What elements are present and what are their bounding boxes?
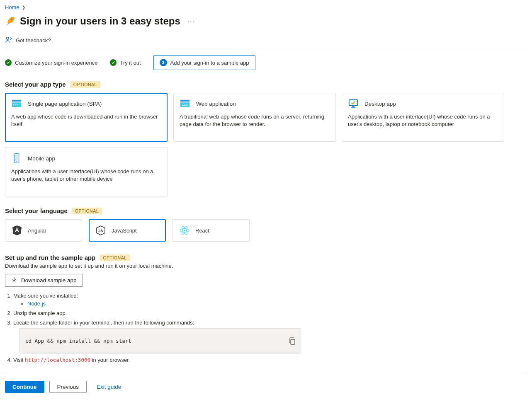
web-desc: A traditional web app whose code runs on… [180, 113, 330, 128]
step-number-badge: 3 [160, 59, 167, 66]
app-type-card-desktop[interactable]: Desktop app Applications with a user int… [342, 93, 504, 142]
step-1-label: Customize your sign-in experience [15, 60, 97, 66]
app-type-card-mobile[interactable]: Mobile app Applications with a user inte… [5, 148, 168, 196]
setup-subtitle: Download the sample app to set it up and… [5, 263, 527, 269]
language-card-javascript[interactable]: JS JavaScript [89, 219, 166, 242]
desktop-icon [348, 98, 359, 109]
web-icon: www [180, 98, 190, 109]
got-feedback-label: Got feedback? [16, 37, 51, 44]
spa-title: Single page application (SPA) [28, 101, 102, 107]
app-type-card-web[interactable]: www Web application A traditional web ap… [173, 93, 336, 142]
angular-label: Angular [28, 228, 46, 234]
optional-badge: OPTIONAL [72, 208, 102, 214]
desktop-desc: Applications with a user interface(UI) w… [348, 113, 498, 128]
feedback-person-icon [5, 36, 12, 45]
download-sample-app-button[interactable]: Download sample app [5, 274, 83, 287]
web-title: Web application [196, 101, 236, 107]
rocket-icon [5, 16, 16, 27]
setup-step-2: Unzip the sample app. [13, 310, 527, 316]
copy-to-clipboard-button[interactable] [288, 337, 296, 345]
breadcrumb: Home ❯ [5, 4, 527, 10]
download-icon [11, 277, 17, 284]
breadcrumb-home-link[interactable]: Home [5, 4, 19, 10]
react-label: React [195, 228, 209, 234]
mobile-title: Mobile app [28, 155, 55, 162]
svg-rect-7 [180, 100, 189, 102]
checkmark-icon [110, 59, 117, 66]
language-card-react[interactable]: React [172, 219, 250, 242]
download-sample-label: Download sample app [21, 277, 77, 283]
chevron-right-icon: ❯ [22, 5, 25, 10]
localhost-url: http://localhost:3000 [25, 357, 90, 363]
language-card-angular[interactable]: Angular [5, 219, 82, 242]
step-2-try-it-out[interactable]: Try it out [110, 59, 141, 66]
desktop-title: Desktop app [364, 101, 396, 107]
checkmark-icon [5, 59, 12, 66]
angular-icon [11, 225, 23, 236]
got-feedback-button[interactable]: Got feedback? [5, 36, 51, 45]
svg-rect-2 [12, 100, 21, 102]
more-menu-button[interactable]: ··· [185, 16, 198, 27]
svg-text:JS: JS [98, 229, 103, 233]
svg-point-4 [13, 104, 14, 105]
svg-point-17 [184, 230, 185, 231]
svg-text:www: www [182, 104, 188, 107]
svg-point-0 [11, 19, 12, 20]
react-icon [179, 225, 190, 236]
spa-icon [11, 98, 22, 109]
section-title-setup: Set up and run the sample app [5, 254, 95, 261]
svg-point-5 [15, 104, 16, 105]
svg-point-15 [16, 161, 17, 162]
setup-step-4: Visit http://localhost:3000 in your brow… [13, 357, 527, 363]
exit-guide-link[interactable]: Exit guide [94, 383, 124, 390]
svg-point-1 [7, 37, 9, 39]
continue-button[interactable]: Continue [5, 381, 44, 393]
step-1-customize[interactable]: Customize your sign-in experience [5, 59, 97, 66]
svg-rect-11 [352, 107, 355, 108]
mobile-desc: Applications with a user interface(UI) w… [11, 168, 161, 183]
optional-badge: OPTIONAL [100, 254, 130, 261]
page-title: Sign in your users in 3 easy steps [20, 15, 180, 27]
previous-button[interactable]: Previous [49, 381, 87, 393]
section-title-language: Select your language [5, 207, 68, 214]
section-title-app-type: Select your app type [5, 81, 66, 88]
mobile-icon [11, 153, 22, 164]
svg-point-6 [17, 104, 18, 105]
svg-rect-12 [351, 107, 355, 108]
svg-rect-3 [12, 102, 21, 107]
nodejs-link[interactable]: Node.js [27, 300, 46, 307]
javascript-icon: JS [95, 225, 107, 236]
javascript-label: JavaScript [112, 228, 137, 234]
step-3-add-sign-in[interactable]: 3 Add your sign-in to a sample app [153, 55, 255, 70]
setup-step-3: Locate the sample folder in your termina… [13, 320, 527, 354]
spa-desc: A web app whose code is downloaded and r… [11, 113, 161, 128]
svg-rect-10 [349, 100, 357, 106]
app-type-card-spa[interactable]: Single page application (SPA) A web app … [5, 93, 168, 142]
step-3-label: Add your sign-in to a sample app [170, 60, 249, 66]
optional-badge: OPTIONAL [70, 81, 100, 88]
command-text: cd App && npm install && npm start [25, 338, 131, 344]
svg-rect-14 [15, 155, 18, 161]
step-2-label: Try it out [120, 60, 141, 66]
svg-rect-21 [291, 339, 295, 344]
setup-step-1: Make sure you've installed: Node.js [13, 293, 527, 307]
